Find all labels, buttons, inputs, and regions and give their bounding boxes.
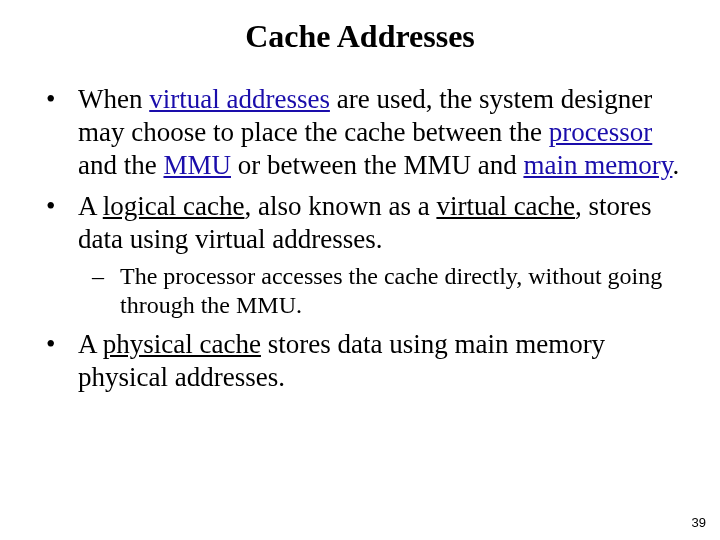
text: When — [78, 84, 149, 114]
sub-bullet-list: The processor accesses the cache directl… — [78, 262, 680, 321]
link-virtual-addresses[interactable]: virtual addresses — [149, 84, 330, 114]
slide-title: Cache Addresses — [40, 18, 680, 55]
link-main-memory[interactable]: main memory — [523, 150, 672, 180]
text: , also known as a — [244, 191, 436, 221]
bullet-list: When virtual addresses are used, the sys… — [40, 83, 680, 394]
link-mmu[interactable]: MMU — [163, 150, 231, 180]
text: and the — [78, 150, 163, 180]
bullet-2: A logical cache, also known as a virtual… — [74, 190, 680, 320]
term-physical-cache: physical cache — [103, 329, 261, 359]
text: The processor accesses the cache directl… — [120, 263, 662, 318]
term-virtual-cache: virtual cache — [436, 191, 575, 221]
term-logical-cache: logical cache — [103, 191, 245, 221]
text: A — [78, 329, 103, 359]
bullet-3: A physical cache stores data using main … — [74, 328, 680, 394]
text: or between the MMU and — [231, 150, 523, 180]
page-number: 39 — [692, 515, 706, 530]
sub-bullet-1: The processor accesses the cache directl… — [116, 262, 680, 321]
link-processor[interactable]: processor — [549, 117, 652, 147]
bullet-1: When virtual addresses are used, the sys… — [74, 83, 680, 182]
text: . — [672, 150, 679, 180]
slide: Cache Addresses When virtual addresses a… — [0, 0, 720, 540]
text: A — [78, 191, 103, 221]
